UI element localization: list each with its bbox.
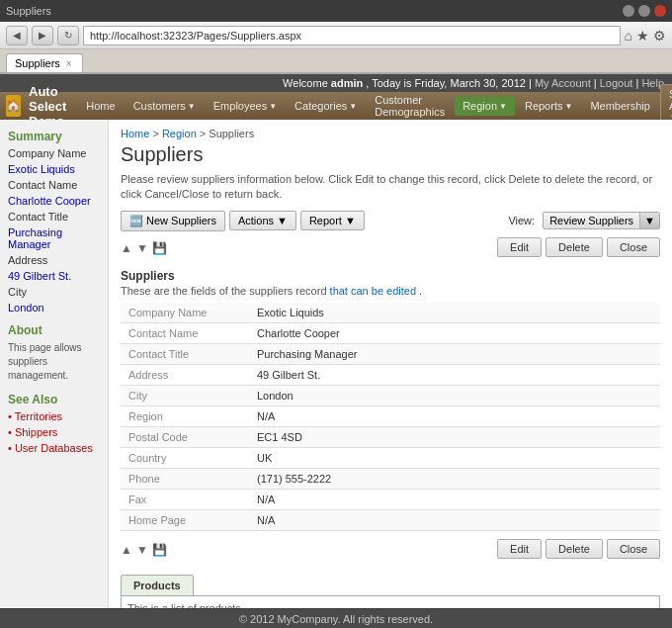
nav-down-icon-bottom[interactable]: ▼: [136, 543, 148, 557]
field-label: Phone: [121, 468, 249, 489]
date-text: , Today is Friday, March 30, 2012 |: [366, 77, 532, 89]
menu-customer-demographics[interactable]: Customer Demographics: [367, 90, 453, 122]
sidebar-address-label: Address: [0, 252, 108, 268]
sidebar-about-section: About This page allows suppliers managem…: [0, 319, 108, 385]
field-value: N/A: [249, 489, 660, 509]
sidebar-shippers[interactable]: • Shippers: [0, 424, 108, 440]
field-label: Fax: [121, 489, 249, 509]
report-button[interactable]: Report ▼: [300, 211, 365, 230]
save-record-icon[interactable]: 💾: [152, 241, 167, 255]
favorites-icon[interactable]: ★: [636, 28, 649, 44]
edit-button-bottom[interactable]: Edit: [497, 539, 542, 559]
save-record-icon-bottom[interactable]: 💾: [152, 543, 167, 557]
sidebar-about-title: About: [0, 319, 108, 339]
home-nav-icon[interactable]: ⌂: [625, 28, 632, 44]
field-value: Charlotte Cooper: [249, 322, 660, 343]
field-value: London: [249, 385, 660, 405]
close-button-top[interactable]: Close: [607, 237, 660, 257]
field-value: (171) 555-2222: [249, 468, 660, 489]
sidebar-see-also-title: See Also: [0, 389, 108, 408]
table-row: Home PageN/A: [121, 509, 660, 530]
table-row: Company NameExotic Liquids: [121, 303, 660, 323]
page-description: Please review suppliers information belo…: [121, 172, 660, 203]
field-label: Country: [121, 447, 249, 468]
address-bar[interactable]: http://localhost:32323/Pages/Suppliers.a…: [83, 26, 621, 45]
field-label: City: [121, 385, 249, 405]
sidebar-contact-name-label: Contact Name: [0, 177, 108, 193]
main-content: Home > Region > Suppliers Suppliers Plea…: [109, 120, 672, 608]
close-button-bottom[interactable]: Close: [607, 539, 660, 559]
sidebar-contact-name-value[interactable]: Charlotte Cooper: [0, 193, 108, 209]
sidebar-city-value[interactable]: London: [0, 300, 108, 315]
editable-link[interactable]: that can be edited: [330, 285, 416, 297]
current-tab[interactable]: Suppliers ×: [6, 53, 83, 72]
reports-arrow-icon: ▼: [564, 102, 572, 111]
tab-label: Suppliers: [15, 57, 60, 69]
delete-button-top[interactable]: Delete: [546, 237, 603, 257]
sidebar-company-name-value[interactable]: Exotic Liquids: [0, 161, 108, 177]
delete-button-bottom[interactable]: Delete: [546, 539, 603, 559]
window-title: Suppliers: [6, 5, 51, 17]
sidebar-summary-section: Summary Company Name Exotic Liquids Cont…: [0, 126, 108, 315]
new-icon: 🆕: [129, 215, 143, 227]
my-account-link[interactable]: My Account: [535, 77, 591, 89]
action-buttons-bottom: Edit Delete Close: [497, 539, 660, 559]
breadcrumb: Home > Region > Suppliers: [121, 128, 660, 139]
minimize-button[interactable]: [623, 5, 634, 17]
nav-bar: ◀ ▶ ↻ http://localhost:32323/Pages/Suppl…: [0, 22, 672, 49]
footer: © 2012 MyCompany. All rights reserved.: [0, 608, 672, 628]
actions-button[interactable]: Actions ▼: [229, 211, 296, 230]
sidebar-user-databases[interactable]: • User Databases: [0, 440, 108, 456]
back-button[interactable]: ◀: [6, 26, 28, 45]
field-label: Company Name: [121, 303, 249, 323]
close-window-button[interactable]: [654, 5, 666, 17]
tab-close-button[interactable]: ×: [66, 58, 72, 69]
supplier-detail-table: Company NameExotic LiquidsContact NameCh…: [121, 303, 660, 531]
page: Welcome admin , Today is Friday, March 3…: [0, 74, 672, 628]
menu-membership[interactable]: Membership: [582, 96, 658, 116]
title-bar: Suppliers: [0, 0, 672, 22]
products-tab[interactable]: Products: [121, 575, 194, 595]
settings-icon[interactable]: ⚙: [653, 28, 666, 44]
nav-up-icon[interactable]: ▲: [121, 241, 132, 255]
maximize-button[interactable]: [638, 5, 650, 17]
field-value: UK: [249, 447, 660, 468]
logout-link[interactable]: Logout: [600, 77, 633, 89]
app-logo: 🏠: [6, 95, 21, 117]
table-row: RegionN/A: [121, 405, 660, 426]
view-label: View:: [508, 215, 535, 226]
menu-reports[interactable]: Reports ▼: [517, 96, 580, 116]
breadcrumb-region[interactable]: Region: [162, 128, 197, 139]
breadcrumb-home[interactable]: Home: [121, 128, 149, 139]
new-suppliers-button[interactable]: 🆕 New Suppliers: [121, 211, 225, 231]
action-buttons-top: Edit Delete Close: [497, 237, 660, 257]
tab-bar: Suppliers ×: [0, 49, 672, 73]
table-row: Address49 Gilbert St.: [121, 364, 660, 385]
employees-arrow-icon: ▼: [269, 102, 277, 111]
menu-home[interactable]: Home: [78, 96, 123, 116]
editable-note: These are the fields of the suppliers re…: [121, 285, 660, 297]
menu-region[interactable]: Region ▼: [455, 96, 515, 116]
edit-button-top[interactable]: Edit: [497, 237, 542, 257]
refresh-button[interactable]: ↻: [57, 26, 79, 45]
sidebar-territories[interactable]: • Territories: [0, 408, 108, 424]
sidebar-contact-title-value[interactable]: Purchasing Manager: [0, 224, 108, 252]
forward-button[interactable]: ▶: [32, 26, 53, 45]
menu-categories[interactable]: Categories ▼: [287, 96, 365, 116]
field-value: Exotic Liquids: [249, 303, 660, 323]
field-label: Contact Name: [121, 322, 249, 343]
nav-up-icon-bottom[interactable]: ▲: [121, 543, 132, 557]
table-row: Contact TitlePurchasing Manager: [121, 343, 660, 364]
field-label: Address: [121, 364, 249, 385]
sidebar-summary-title: Summary: [0, 126, 108, 145]
field-label: Region: [121, 405, 249, 426]
record-nav: ▲ ▼ 💾: [121, 241, 167, 255]
view-dropdown[interactable]: Review Suppliers ▼: [543, 212, 660, 229]
breadcrumb-current: Suppliers: [209, 128, 254, 139]
content-area: Summary Company Name Exotic Liquids Cont…: [0, 120, 672, 608]
menu-customers[interactable]: Customers ▼: [126, 96, 204, 116]
menu-employees[interactable]: Employees ▼: [206, 96, 285, 116]
sidebar-address-value[interactable]: 49 Gilbert St.: [0, 268, 108, 284]
page-title: Suppliers: [121, 143, 660, 166]
nav-down-icon[interactable]: ▼: [136, 241, 148, 255]
